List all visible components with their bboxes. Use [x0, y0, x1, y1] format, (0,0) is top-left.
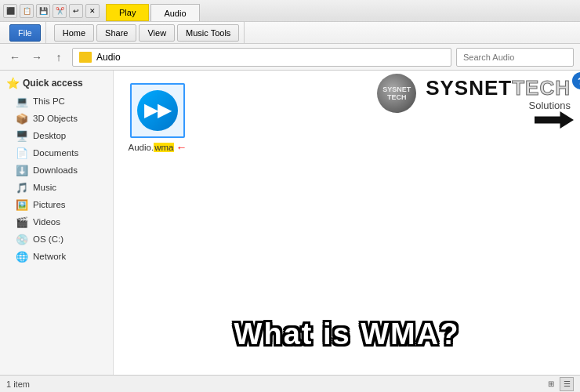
address-path[interactable]: Audio	[72, 48, 451, 67]
sidebar: ⭐ Quick access 💻 This PC 📦 3D Objects 🖥️…	[0, 71, 114, 375]
home-button[interactable]: Home	[54, 24, 94, 42]
tab-audio[interactable]: Audio	[150, 4, 199, 21]
status-bar: 1 item ⊞ ☰	[0, 375, 580, 392]
watermark-sysnet: SYSNET	[426, 76, 512, 100]
music-icon: 🎵	[16, 181, 28, 194]
sidebar-item-3d-objects[interactable]: 📦 3D Objects	[0, 110, 113, 127]
bs-icon-text: ▶▶	[144, 100, 171, 121]
pc-icon: 💻	[16, 95, 28, 107]
filename-ext: wma	[154, 143, 174, 152]
sidebar-item-this-pc[interactable]: 💻 This PC	[0, 93, 113, 110]
videos-icon: 🎬	[16, 216, 28, 228]
sidebar-item-documents[interactable]: 📄 Documents	[0, 144, 113, 162]
watermark-area: SYSNETTECH Solutions SYSNETTECH ?	[361, 71, 580, 133]
sidebar-label-documents: Documents	[33, 148, 78, 158]
title-bar-icons: ⬛ 📋 💾 ✂️ ↩ ✕	[3, 4, 100, 18]
file-name-container: Audio.wma ←	[129, 141, 187, 154]
up-button[interactable]: ↑	[50, 49, 67, 66]
sidebar-item-desktop[interactable]: 🖥️ Desktop	[0, 127, 113, 144]
close-icon-btn[interactable]: ✕	[85, 4, 100, 18]
folder-icon	[79, 52, 92, 63]
title-bar: ⬛ 📋 💾 ✂️ ↩ ✕ Play Audio	[0, 0, 580, 22]
item-count: 1 item	[6, 379, 30, 389]
sidebar-label-desktop: Desktop	[33, 131, 66, 140]
help-button[interactable]: ?	[572, 72, 580, 89]
ribbon: File Home Share View Music Tools	[0, 22, 580, 44]
file-name-part1: Audio.wma	[129, 143, 175, 152]
downloads-icon: ⬇️	[16, 164, 28, 176]
main-area: ⭐ Quick access 💻 This PC 📦 3D Objects 🖥️…	[0, 71, 580, 375]
sidebar-item-videos[interactable]: 🎬 Videos	[0, 213, 113, 230]
sidebar-item-music[interactable]: 🎵 Music	[0, 179, 113, 196]
view-button[interactable]: View	[139, 24, 175, 42]
share-button[interactable]: Share	[96, 24, 136, 42]
filename-base: Audio.	[129, 143, 154, 152]
network-icon: 🌐	[16, 250, 28, 263]
quick-access-header[interactable]: ⭐ Quick access	[0, 74, 113, 93]
watermark-solutions: Solutions	[529, 100, 571, 111]
arrow-indicator: ←	[176, 141, 187, 154]
quick-access-label: Quick access	[23, 78, 83, 89]
sidebar-label-downloads: Downloads	[33, 165, 78, 175]
wma-icon: ▶▶	[137, 90, 178, 131]
tab-play[interactable]: Play	[106, 4, 149, 21]
sidebar-item-downloads[interactable]: ⬇️ Downloads	[0, 162, 113, 179]
sidebar-item-os-c[interactable]: 💿 OS (C:)	[0, 230, 113, 248]
music-tools-button[interactable]: Music Tools	[177, 24, 239, 42]
forward-button[interactable]: →	[28, 49, 45, 66]
sidebar-item-pictures[interactable]: 🖼️ Pictures	[0, 196, 113, 213]
sidebar-label-os: OS (C:)	[33, 234, 63, 244]
logo-circle: SYSNETTECH	[377, 74, 416, 113]
quick-access-toolbar[interactable]: ⬛	[3, 4, 17, 18]
documents-icon: 📄	[16, 147, 28, 159]
large-icons-view-btn[interactable]: ⊞	[544, 377, 558, 391]
sidebar-label-this-pc: This PC	[33, 96, 65, 106]
back-button[interactable]: ←	[6, 49, 24, 66]
save-icon-btn[interactable]: 💾	[36, 4, 50, 18]
bottom-title: What is WMA?	[114, 318, 580, 351]
watermark-tech: TECH	[512, 76, 571, 100]
file-button[interactable]: File	[9, 24, 41, 42]
address-bar: ← → ↑ Audio	[0, 44, 580, 71]
pictures-icon: 🖼️	[16, 198, 28, 211]
search-input[interactable]	[456, 48, 574, 67]
file-icon-container: ▶▶	[130, 83, 185, 138]
undo-icon-btn[interactable]: ↩	[69, 4, 83, 18]
sidebar-label-pictures: Pictures	[33, 200, 66, 209]
path-label: Audio	[96, 52, 121, 63]
ribbon-tabs: Play Audio	[106, 0, 201, 21]
os-icon: 💿	[16, 233, 28, 245]
content-area: ▶▶ Audio.wma ← SYSNETTECH Solutions	[114, 71, 580, 375]
3d-objects-icon: 📦	[16, 112, 28, 125]
details-view-btn[interactable]: ☰	[560, 377, 574, 391]
watermark-arrow	[535, 111, 574, 129]
sidebar-item-network[interactable]: 🌐 Network	[0, 248, 113, 265]
sidebar-label-3d: 3D Objects	[33, 114, 78, 123]
view-switcher: ⊞ ☰	[544, 377, 574, 391]
ribbon-nav-section: Home Share View Music Tools	[49, 22, 245, 43]
sidebar-label-videos: Videos	[33, 217, 60, 227]
desktop-icon: 🖥️	[16, 129, 28, 142]
ribbon-file-section: File	[5, 22, 46, 43]
sidebar-label-music: Music	[33, 183, 56, 192]
copy-icon-btn[interactable]: 📋	[20, 4, 34, 18]
star-icon: ⭐	[6, 77, 20, 89]
scissors-icon-btn[interactable]: ✂️	[53, 4, 67, 18]
sidebar-label-network: Network	[33, 252, 66, 261]
file-item-audio-wma[interactable]: ▶▶ Audio.wma ←	[126, 83, 189, 154]
